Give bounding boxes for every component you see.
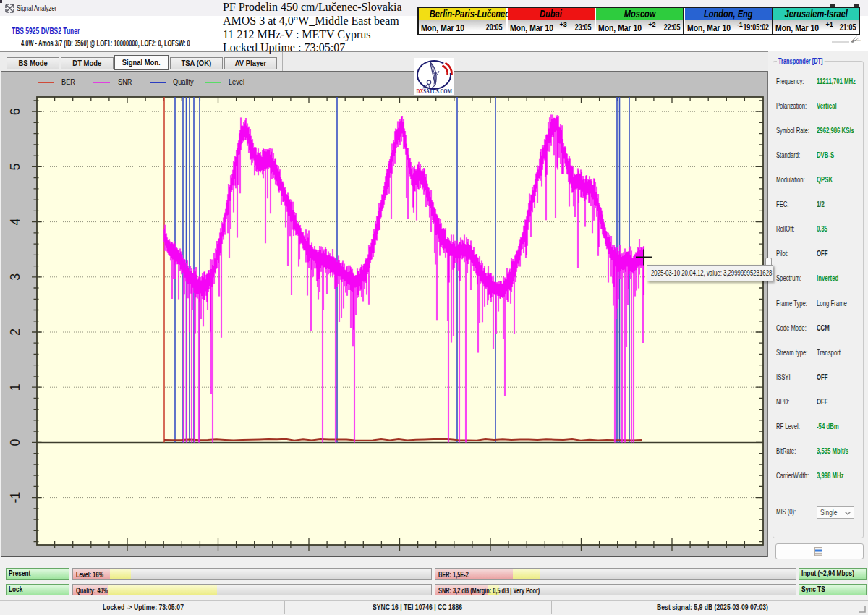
svg-text:0: 0 [8, 438, 22, 446]
svg-text:3: 3 [8, 273, 22, 281]
svg-text:6: 6 [8, 108, 22, 115]
svg-text:DXSATCS.COM: DXSATCS.COM [417, 88, 453, 95]
svg-text:1: 1 [8, 383, 22, 391]
svg-text:4: 4 [8, 219, 22, 226]
svg-text:dxsatcs: dxsatcs [852, 38, 861, 42]
svg-text:-1: -1 [8, 492, 22, 504]
svg-text:5: 5 [8, 163, 22, 170]
svg-text:2: 2 [8, 328, 22, 336]
